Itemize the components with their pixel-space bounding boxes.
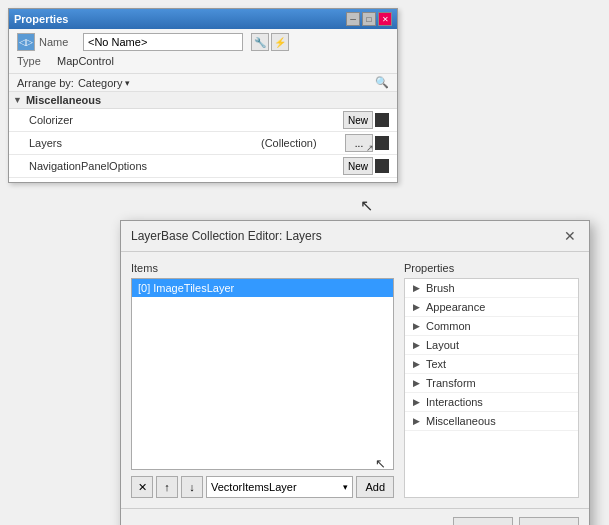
type-label: Type [17, 55, 57, 67]
layers-value: (Collection) [261, 137, 341, 149]
titlebar-buttons: ─ □ ✕ [346, 12, 392, 26]
category-miscellaneous[interactable]: ▼ Miscellaneous [9, 92, 397, 109]
arrange-row: Arrange by: Category 🔍 [9, 74, 397, 92]
arrange-label: Arrange by: [17, 77, 74, 89]
items-label: Items [131, 262, 394, 274]
tree-label-brush: Brush [426, 282, 455, 294]
type-dropdown[interactable]: VectorItemsLayer ▾ [206, 476, 353, 498]
items-list: [0] ImageTilesLayer [131, 278, 394, 470]
tree-label-miscellaneous: Miscellaneous [426, 415, 496, 427]
layers-row: Layers (Collection) ... ↗ [9, 132, 397, 155]
maximize-btn[interactable]: □ [362, 12, 376, 26]
remove-btn[interactable]: ✕ [131, 476, 153, 498]
cursor-hint: ↗ [366, 143, 374, 153]
tree-item-layout[interactable]: ▶ Layout [405, 336, 578, 355]
dialog-body: Items [0] ImageTilesLayer ✕ ↑ ↓ VectorIt… [121, 252, 589, 508]
minimize-btn[interactable]: ─ [346, 12, 360, 26]
type-value: MapControl [57, 55, 114, 67]
tree-arrow-interactions: ▶ [413, 397, 420, 407]
nav-panel-square [375, 159, 389, 173]
items-controls: ✕ ↑ ↓ VectorItemsLayer ▾ Add [131, 476, 394, 498]
type-dropdown-value: VectorItemsLayer [211, 481, 297, 493]
header-icons: 🔧 ⚡ [251, 33, 289, 51]
dialog-footer: OK Cancel [121, 508, 589, 525]
list-item[interactable]: [0] ImageTilesLayer [132, 279, 393, 297]
tree-label-text: Text [426, 358, 446, 370]
items-panel: Items [0] ImageTilesLayer ✕ ↑ ↓ VectorIt… [131, 262, 394, 498]
tree-arrow-common: ▶ [413, 321, 420, 331]
category-arrow: ▼ [13, 95, 22, 105]
nav-panel-label: NavigationPanelOptions [29, 160, 259, 172]
tree-arrow-transform: ▶ [413, 378, 420, 388]
tree-item-transform[interactable]: ▶ Transform [405, 374, 578, 393]
name-label: Name [39, 36, 79, 48]
tree-arrow-appearance: ▶ [413, 302, 420, 312]
properties-title: Properties [14, 13, 68, 25]
tree-item-miscellaneous[interactable]: ▶ Miscellaneous [405, 412, 578, 431]
colorizer-row: Colorizer [0] ImageTilesLayer New [9, 109, 397, 132]
panel-header: ◁▷ Name 🔧 ⚡ Type MapControl [9, 29, 397, 74]
collection-editor-dialog: LayerBase Collection Editor: Layers ✕ It… [120, 220, 590, 525]
tree-label-transform: Transform [426, 377, 476, 389]
tree-label-layout: Layout [426, 339, 459, 351]
tree-item-interactions[interactable]: ▶ Interactions [405, 393, 578, 412]
cancel-button[interactable]: Cancel [519, 517, 579, 525]
layers-dots-btn[interactable]: ... ↗ [345, 134, 373, 152]
colorizer-new-btn[interactable]: New [343, 111, 373, 129]
nav-panel-row: NavigationPanelOptions New [9, 155, 397, 178]
tree-item-common[interactable]: ▶ Common [405, 317, 578, 336]
panel-content: ▼ Miscellaneous Colorizer [0] ImageTiles… [9, 92, 397, 182]
item-label: [0] ImageTilesLayer [138, 282, 234, 294]
dialog-title: LayerBase Collection Editor: Layers [131, 229, 322, 243]
move-down-btn[interactable]: ↓ [181, 476, 203, 498]
nav-icon[interactable]: ◁▷ [17, 33, 35, 51]
properties-tool-btn[interactable]: 🔧 [251, 33, 269, 51]
nav-panel-new-btn[interactable]: New [343, 157, 373, 175]
tree-item-appearance[interactable]: ▶ Appearance [405, 298, 578, 317]
tree-arrow-brush: ▶ [413, 283, 420, 293]
mouse-cursor: ↖ [360, 196, 373, 215]
tree-item-text[interactable]: ▶ Text [405, 355, 578, 374]
properties-right-panel: Properties ▶ Brush ▶ Appearance ▶ Common… [404, 262, 579, 498]
properties-panel: Properties ─ □ ✕ ◁▷ Name 🔧 ⚡ Type MapCon… [8, 8, 398, 183]
tree-arrow-text: ▶ [413, 359, 420, 369]
move-up-btn[interactable]: ↑ [156, 476, 178, 498]
colorizer-square [375, 113, 389, 127]
colorizer-label: Colorizer [29, 114, 259, 126]
ok-button[interactable]: OK [453, 517, 513, 525]
chevron-down-icon: ▾ [343, 482, 348, 492]
tree-item-brush[interactable]: ▶ Brush [405, 279, 578, 298]
add-btn[interactable]: Add [356, 476, 394, 498]
properties-event-btn[interactable]: ⚡ [271, 33, 289, 51]
dots-label: ... [355, 138, 363, 149]
tree-arrow-miscellaneous: ▶ [413, 416, 420, 426]
dialog-titlebar: LayerBase Collection Editor: Layers ✕ [121, 221, 589, 252]
arrange-dropdown[interactable]: Category [78, 77, 130, 89]
close-btn[interactable]: ✕ [378, 12, 392, 26]
tree-arrow-layout: ▶ [413, 340, 420, 350]
name-input[interactable] [83, 33, 243, 51]
layers-label: Layers [29, 137, 261, 149]
tree-label-interactions: Interactions [426, 396, 483, 408]
layers-square [375, 136, 389, 150]
dialog-close-btn[interactable]: ✕ [561, 227, 579, 245]
search-icon[interactable]: 🔍 [375, 76, 389, 89]
properties-right-label: Properties [404, 262, 579, 274]
properties-titlebar: Properties ─ □ ✕ [9, 9, 397, 29]
tree-label-appearance: Appearance [426, 301, 485, 313]
properties-tree: ▶ Brush ▶ Appearance ▶ Common ▶ Layout ▶ [404, 278, 579, 498]
tree-label-common: Common [426, 320, 471, 332]
category-label: Miscellaneous [26, 94, 101, 106]
